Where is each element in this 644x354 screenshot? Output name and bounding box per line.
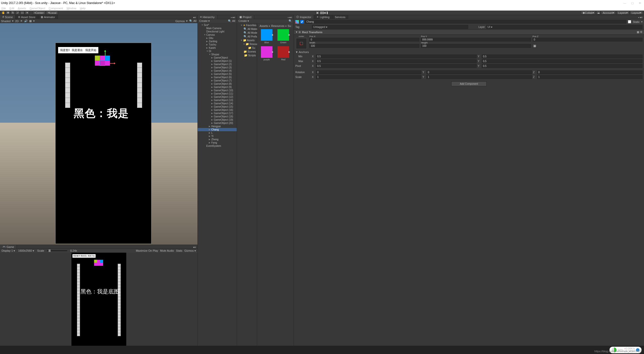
hierarchy-item[interactable]: ▶GameObject (1): [198, 59, 237, 63]
block-magenta2[interactable]: [95, 61, 100, 66]
move-tool[interactable]: ✥: [6, 11, 10, 15]
transform-tool[interactable]: ✦: [25, 11, 29, 15]
hierarchy-item[interactable]: ▶GameObject (13): [198, 99, 237, 102]
mode-2d-toggle[interactable]: 2D: [15, 20, 19, 23]
layers-dropdown[interactable]: Layers ▾: [616, 11, 629, 15]
menu-window[interactable]: Window: [66, 7, 76, 10]
anchor-min-y[interactable]: 0.5: [482, 55, 642, 58]
anchor-max-y[interactable]: 0.5: [482, 59, 642, 63]
hierarchy-item[interactable]: ▶Ditu: [198, 36, 237, 40]
hierarchy-item[interactable]: ▶GameObject (6): [198, 76, 237, 79]
hierarchy-item[interactable]: ▶GameObject (17): [198, 112, 237, 115]
menu-edit[interactable]: Edit: [10, 7, 14, 10]
project-tree-item[interactable]: 🔍 All Materials: [237, 27, 257, 31]
scene-view[interactable]: 我是暂停 我是退出 我是开始: [0, 23, 197, 245]
mute-toggle[interactable]: Mute Audio: [160, 249, 174, 252]
project-create[interactable]: Create ▾: [238, 19, 249, 23]
hierarchy-item[interactable]: ▶GameObject: [198, 56, 237, 59]
step-button[interactable]: ▶❚: [324, 11, 329, 15]
close-button[interactable]: ✕: [639, 2, 641, 5]
tab-animator[interactable]: ▦ Animator: [38, 15, 58, 19]
panel-menu[interactable]: ▪ ▾≡: [286, 16, 294, 19]
gizmos-dropdown[interactable]: Gizmos: [175, 20, 185, 23]
panel-menu[interactable]: ▪ ▾≡: [229, 16, 237, 19]
height-field[interactable]: 100: [421, 44, 531, 48]
project-tree-item[interactable]: ▼📁 Resources: [237, 42, 257, 46]
hierarchy-item[interactable]: Main Camera: [198, 27, 237, 30]
menu-gameobject[interactable]: GameObject: [30, 7, 45, 10]
project-tree-item[interactable]: ▼📁 Assets: [237, 38, 257, 42]
rect-transform-header[interactable]: ▼ ⊞ Rect Transform ▦ ⚙: [294, 29, 644, 35]
hierarchy-item[interactable]: ▶Zheng: [198, 138, 237, 141]
menu-assets[interactable]: Assets: [18, 7, 26, 10]
anchor-max-x[interactable]: 0.5: [316, 59, 477, 63]
hierarchy-create[interactable]: Create ▾: [199, 19, 210, 23]
pivot-toggle[interactable]: ▪ Center: [33, 11, 46, 15]
x-axis-gizmo[interactable]: [109, 63, 114, 64]
blueprint-toggle[interactable]: ▦: [533, 44, 537, 48]
hierarchy-item[interactable]: ▼Sce*: [198, 23, 237, 27]
block-magenta[interactable]: [100, 56, 105, 61]
rot-y[interactable]: 0: [426, 70, 532, 74]
collab-dropdown[interactable]: ◉ Collab ▾: [581, 11, 596, 15]
hierarchy-item[interactable]: Directional Light: [198, 30, 237, 33]
add-component-button[interactable]: Add Component: [451, 81, 487, 86]
pivot-y[interactable]: 0.5: [482, 64, 642, 68]
width-field[interactable]: 100: [309, 44, 419, 48]
hand-tool[interactable]: ✋: [1, 11, 5, 15]
canvas-rect[interactable]: 我是暂停 我是退出 我是开始: [55, 43, 151, 244]
project-tree[interactable]: ▼★ Favorites🔍 All Materials🔍 All Models🔍…: [237, 23, 257, 346]
hierarchy-item[interactable]: ▶GameObject (3): [198, 66, 237, 69]
menu-file[interactable]: File: [2, 7, 6, 10]
project-tree-item[interactable]: 🔍 All Models: [237, 31, 257, 35]
hierarchy-item[interactable]: EventSystem: [198, 144, 237, 148]
hierarchy-item[interactable]: ▶GameObject (9): [198, 85, 237, 89]
hierarchy-item[interactable]: ▶Fang: [198, 141, 237, 144]
hierarchy-item[interactable]: ▶Chang: [198, 128, 237, 131]
start-ui-button[interactable]: 我是开始: [83, 47, 98, 53]
tab-project[interactable]: ▦ Project: [237, 15, 254, 19]
shaded-dropdown[interactable]: Shaded: [1, 20, 11, 23]
scale-tool[interactable]: ⤢: [15, 11, 20, 15]
hierarchy-item[interactable]: ▶GameObject (10): [198, 89, 237, 92]
rect-tool[interactable]: ▭: [20, 11, 24, 15]
hierarchy-item[interactable]: ▶GameObject (11): [198, 92, 237, 95]
hierarchy-item[interactable]: ▶GameObject (4): [198, 69, 237, 72]
active-checkbox[interactable]: [300, 20, 304, 23]
pivot-x[interactable]: 0.5: [316, 64, 477, 68]
hierarchy-item[interactable]: ▶GameObject (16): [198, 108, 237, 112]
hierarchy-search[interactable]: 🔍 All: [228, 19, 235, 23]
scale-slider[interactable]: [47, 250, 67, 251]
anchor-preset-button[interactable]: [296, 38, 307, 49]
pause-button[interactable]: ❚❚: [320, 11, 324, 15]
game-view[interactable]: 我是暂停 我是退出 我是开始: [0, 253, 197, 346]
tab-hierarchy[interactable]: ≡ Hierarchy: [198, 15, 217, 19]
hierarchy-tree[interactable]: ▼Sce*Main CameraDirectional Light▼Canvas…: [198, 23, 237, 346]
tab-game[interactable]: 🎮 Game: [0, 245, 17, 249]
panel-menu[interactable]: ▾≡: [192, 246, 197, 249]
tab-services[interactable]: Services: [332, 15, 348, 19]
pos-y-field[interactable]: 899.9999: [421, 38, 531, 41]
account-dropdown[interactable]: Account ▾: [601, 11, 616, 15]
project-tree-item[interactable]: 📁 Scripts: [237, 54, 257, 57]
pos-x-field[interactable]: 0: [309, 38, 419, 41]
rotate-tool[interactable]: ↻: [11, 11, 15, 15]
hierarchy-item[interactable]: ▶L: [198, 131, 237, 135]
hierarchy-item[interactable]: ▼Shupai: [198, 53, 237, 56]
scale-z[interactable]: 1: [537, 75, 642, 79]
hierarchy-item[interactable]: ▶GameObject (19): [198, 118, 237, 121]
space-toggle[interactable]: ⟲ Local: [46, 11, 58, 15]
tab-lighting[interactable]: ☀ Lighting: [314, 15, 332, 19]
tab-inspector[interactable]: ⓘ Inspector: [294, 15, 314, 19]
hierarchy-item[interactable]: ▶GameObject (8): [198, 82, 237, 85]
block-green[interactable]: [95, 56, 100, 61]
exit-ui-button[interactable]: 我是退出: [70, 47, 85, 53]
pos-z-field[interactable]: 0: [533, 38, 642, 41]
layer-dropdown[interactable]: UI ▾: [486, 25, 642, 29]
project-search[interactable]: 🔍: [289, 19, 292, 23]
asset-item[interactable]: Green: [276, 29, 290, 44]
hierarchy-item[interactable]: ▶Hengpai: [198, 125, 237, 128]
hierarchy-item[interactable]: ▶Tuichu: [198, 43, 237, 46]
layout-dropdown[interactable]: Layout ▾: [630, 11, 643, 15]
block-blue[interactable]: [105, 56, 110, 61]
